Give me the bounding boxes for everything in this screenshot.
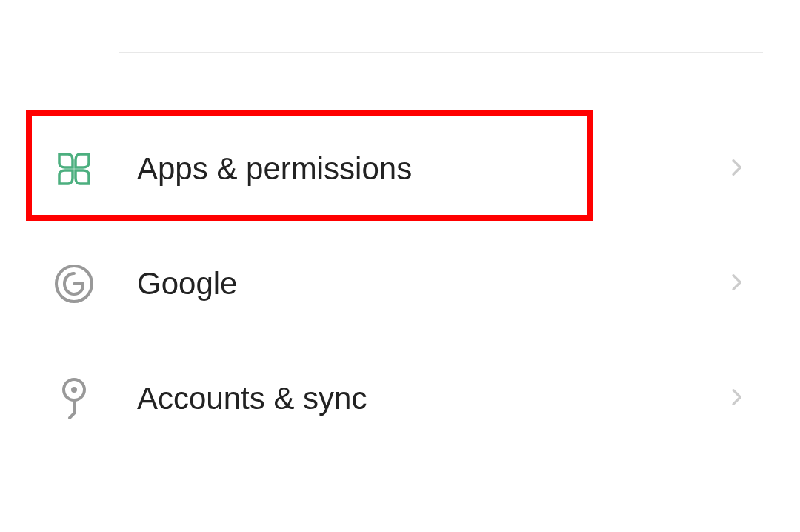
- settings-item-accounts-sync[interactable]: Accounts & sync: [0, 341, 800, 456]
- chevron-right-icon: [724, 156, 748, 182]
- svg-point-2: [71, 387, 77, 393]
- settings-item-google[interactable]: Google: [0, 226, 800, 341]
- settings-list: Apps & permissions Google: [0, 111, 800, 456]
- chevron-right-icon: [724, 385, 748, 412]
- apps-permissions-icon: [52, 147, 96, 191]
- divider: [119, 52, 763, 53]
- settings-item-apps-permissions[interactable]: Apps & permissions: [0, 111, 800, 226]
- google-icon: [52, 262, 96, 306]
- chevron-right-icon: [724, 270, 748, 297]
- settings-item-label: Apps & permissions: [137, 151, 724, 187]
- settings-item-label: Google: [137, 266, 724, 302]
- settings-item-label: Accounts & sync: [137, 381, 724, 416]
- key-icon: [52, 376, 96, 421]
